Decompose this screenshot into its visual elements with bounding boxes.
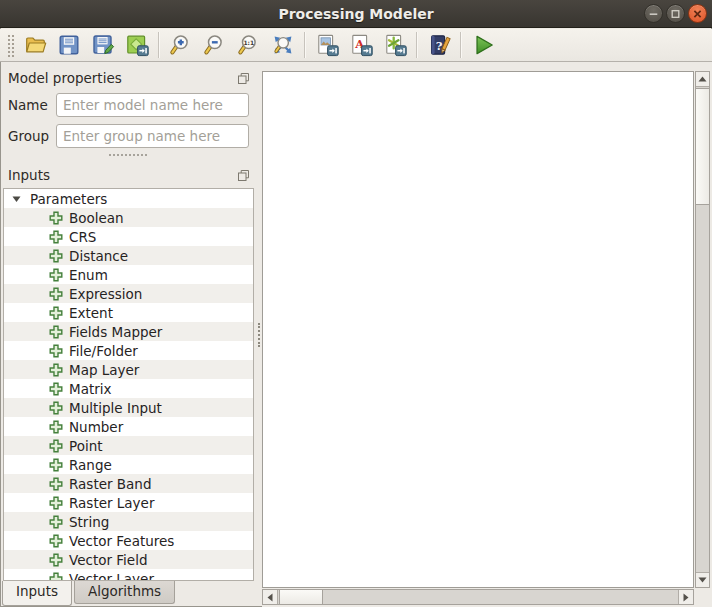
tree-item-fields-mapper[interactable]: Fields Mapper [4, 322, 253, 341]
minimize-button[interactable] [644, 4, 663, 23]
model-name-row: Name [8, 93, 249, 117]
toolbar-separator [304, 32, 306, 58]
add-parameter-icon [49, 249, 63, 263]
zoom-in-button[interactable] [165, 30, 197, 60]
tree-item-number[interactable]: Number [4, 417, 253, 436]
run-play-icon [470, 32, 496, 58]
horizontal-splitter-handle[interactable] [109, 151, 147, 159]
tree-item-point[interactable]: Point [4, 436, 253, 455]
zoom-actual-size-button[interactable]: 1:1 [233, 30, 265, 60]
zoom-out-button[interactable] [199, 30, 231, 60]
toolbar-separator [416, 32, 418, 58]
horizontal-scrollbar-thumb[interactable] [279, 590, 323, 604]
tree-item-label: Vector Layer [69, 571, 154, 582]
tree-item-string[interactable]: String [4, 512, 253, 531]
tree-item-boolean[interactable]: Boolean [4, 208, 253, 227]
collapse-triangle-icon[interactable] [12, 195, 21, 203]
float-panel-button[interactable] [237, 169, 249, 181]
name-label: Name [8, 97, 49, 113]
tree-item-range[interactable]: Range [4, 455, 253, 474]
folder-open-icon [23, 33, 48, 57]
add-parameter-icon [49, 496, 63, 510]
scroll-down-button[interactable] [696, 572, 709, 587]
tree-item-label: Multiple Input [69, 400, 162, 416]
vertical-scrollbar-thumb[interactable] [696, 88, 709, 205]
tree-item-vector-field[interactable]: Vector Field [4, 550, 253, 569]
tab-algorithms[interactable]: Algorithms [74, 581, 175, 604]
tree-item-file-folder[interactable]: File/Folder [4, 341, 253, 360]
close-button[interactable] [688, 4, 707, 23]
tree-item-raster-layer[interactable]: Raster Layer [4, 493, 253, 512]
open-model-button[interactable] [19, 30, 51, 60]
tree-item-vector-layer[interactable]: Vector Layer [4, 569, 253, 581]
float-panel-icon [238, 73, 249, 84]
export-as-pdf-button[interactable]: A [345, 30, 377, 60]
add-parameter-icon [49, 287, 63, 301]
tree-item-label: Number [69, 419, 123, 435]
window-controls [644, 4, 707, 23]
tree-item-expression[interactable]: Expression [4, 284, 253, 303]
tree-item-label: Expression [69, 286, 142, 302]
model-canvas[interactable] [262, 71, 694, 588]
run-model-button[interactable] [467, 30, 499, 60]
toolbar-drag-handle[interactable] [6, 33, 15, 57]
save-model-button[interactable] [53, 30, 85, 60]
inputs-panel-header: Inputs [8, 167, 249, 183]
tree-item-crs[interactable]: CRS [4, 227, 253, 246]
tree-item-label: Vector Field [69, 552, 147, 568]
vertical-scrollbar[interactable] [695, 71, 710, 588]
tree-item-distance[interactable]: Distance [4, 246, 253, 265]
tree-item-matrix[interactable]: Matrix [4, 379, 253, 398]
tree-item-label: Enum [69, 267, 108, 283]
main-area: Model properties Name Group Inputs [0, 62, 712, 607]
add-parameter-icon [49, 230, 63, 244]
tree-item-map-layer[interactable]: Map Layer [4, 360, 253, 379]
zoom-out-icon [203, 33, 227, 57]
tree-item-label: String [69, 514, 109, 530]
tree-item-label: Raster Layer [69, 495, 154, 511]
export-pdf-icon: A [349, 33, 373, 57]
add-parameter-icon [49, 515, 63, 529]
add-parameter-icon [49, 382, 63, 396]
float-panel-button[interactable] [237, 72, 249, 84]
export-as-svg-button[interactable] [379, 30, 411, 60]
scroll-right-button[interactable] [678, 590, 693, 604]
tree-item-label: CRS [69, 229, 96, 245]
add-parameter-icon [49, 344, 63, 358]
tree-item-label: Point [69, 438, 103, 454]
tree-item-parameters[interactable]: Parameters [4, 189, 253, 208]
tree-item-raster-band[interactable]: Raster Band [4, 474, 253, 493]
add-parameter-icon [49, 268, 63, 282]
tree-item-multiple-input[interactable]: Multiple Input [4, 398, 253, 417]
scroll-left-button[interactable] [263, 590, 278, 604]
svg-text:1:1: 1:1 [243, 39, 254, 46]
zoom-1-1-icon: 1:1 [237, 33, 261, 57]
tree-item-vector-features[interactable]: Vector Features [4, 531, 253, 550]
titlebar[interactable]: Processing Modeler [0, 0, 712, 28]
maximize-button[interactable] [666, 4, 685, 23]
model-name-input[interactable] [56, 93, 249, 117]
tree-item-label: File/Folder [69, 343, 138, 359]
add-parameter-icon [49, 553, 63, 567]
inputs-panel-title: Inputs [8, 167, 50, 183]
zoom-full-button[interactable] [267, 30, 299, 60]
arrow-up-icon [698, 76, 707, 82]
help-book-icon: ? [427, 33, 451, 57]
edit-model-help-button[interactable]: ? [423, 30, 455, 60]
export-image-icon [315, 33, 339, 57]
model-group-input[interactable] [56, 124, 249, 148]
horizontal-scrollbar[interactable] [262, 589, 694, 605]
tab-inputs[interactable]: Inputs [2, 581, 72, 606]
processing-modeler-window: Processing Modeler [0, 0, 712, 607]
toolbar-separator [158, 32, 160, 58]
scroll-up-button[interactable] [696, 72, 709, 87]
save-model-as-button[interactable] [87, 30, 119, 60]
inputs-tree: ParametersBooleanCRSDistanceEnumExpressi… [3, 188, 254, 581]
zoom-in-icon [169, 33, 193, 57]
tree-item-extent[interactable]: Extent [4, 303, 253, 322]
tree-item-label: Parameters [30, 191, 107, 207]
tree-item-enum[interactable]: Enum [4, 265, 253, 284]
tree-item-label: Extent [69, 305, 113, 321]
export-as-image-button[interactable] [311, 30, 343, 60]
save-model-in-project-button[interactable] [121, 30, 153, 60]
